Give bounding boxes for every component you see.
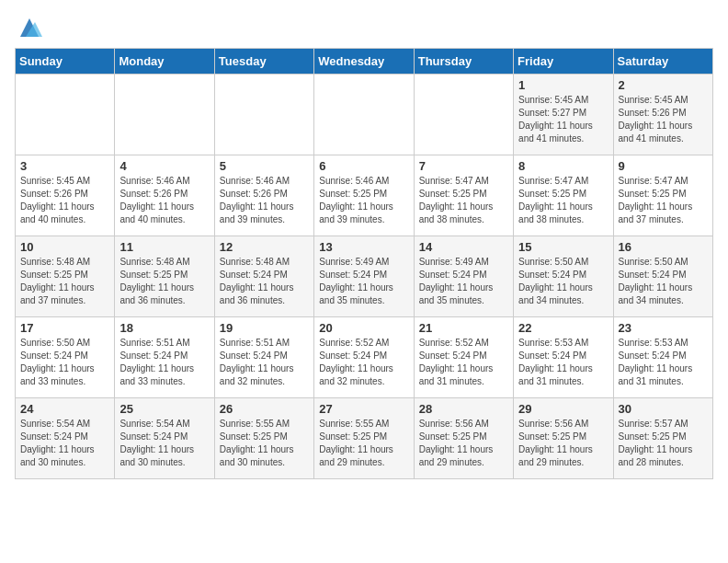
day-info: Sunrise: 5:49 AM Sunset: 5:24 PM Dayligh… [319, 256, 408, 307]
weekday-header: Sunday [16, 49, 115, 75]
day-number: 29 [518, 402, 608, 416]
day-number: 17 [20, 321, 109, 335]
day-info: Sunrise: 5:45 AM Sunset: 5:26 PM Dayligh… [619, 94, 708, 145]
calendar-cell: 25Sunrise: 5:54 AM Sunset: 5:24 PM Dayli… [115, 398, 214, 479]
day-number: 10 [20, 240, 109, 254]
logo [15, 15, 42, 40]
day-info: Sunrise: 5:56 AM Sunset: 5:25 PM Dayligh… [419, 418, 508, 469]
calendar-week-row: 10Sunrise: 5:48 AM Sunset: 5:25 PM Dayli… [16, 236, 713, 317]
calendar-header: SundayMondayTuesdayWednesdayThursdayFrid… [16, 49, 713, 75]
day-info: Sunrise: 5:51 AM Sunset: 5:24 PM Dayligh… [220, 337, 309, 388]
day-info: Sunrise: 5:46 AM Sunset: 5:25 PM Dayligh… [319, 175, 408, 226]
day-number: 19 [220, 321, 309, 335]
day-info: Sunrise: 5:45 AM Sunset: 5:26 PM Dayligh… [20, 175, 109, 226]
day-number: 28 [419, 402, 508, 416]
day-info: Sunrise: 5:46 AM Sunset: 5:26 PM Dayligh… [119, 175, 209, 226]
day-number: 21 [419, 321, 508, 335]
day-info: Sunrise: 5:52 AM Sunset: 5:24 PM Dayligh… [419, 337, 508, 388]
calendar-cell: 9Sunrise: 5:47 AM Sunset: 5:25 PM Daylig… [613, 155, 712, 236]
weekday-header: Monday [115, 49, 214, 75]
calendar-cell: 13Sunrise: 5:49 AM Sunset: 5:24 PM Dayli… [314, 236, 414, 317]
day-number: 1 [518, 78, 608, 92]
day-number: 11 [119, 240, 209, 254]
day-number: 18 [119, 321, 209, 335]
day-number: 26 [220, 402, 309, 416]
day-info: Sunrise: 5:50 AM Sunset: 5:24 PM Dayligh… [20, 337, 109, 388]
day-info: Sunrise: 5:54 AM Sunset: 5:24 PM Dayligh… [119, 418, 209, 469]
day-info: Sunrise: 5:47 AM Sunset: 5:25 PM Dayligh… [518, 175, 608, 226]
day-number: 20 [319, 321, 408, 335]
day-info: Sunrise: 5:53 AM Sunset: 5:24 PM Dayligh… [518, 337, 608, 388]
day-info: Sunrise: 5:57 AM Sunset: 5:25 PM Dayligh… [619, 418, 708, 469]
calendar-cell: 10Sunrise: 5:48 AM Sunset: 5:25 PM Dayli… [16, 236, 115, 317]
day-number: 23 [619, 321, 708, 335]
calendar-cell: 24Sunrise: 5:54 AM Sunset: 5:24 PM Dayli… [16, 398, 115, 479]
calendar-cell [214, 75, 313, 155]
calendar-week-row: 3Sunrise: 5:45 AM Sunset: 5:26 PM Daylig… [16, 155, 713, 236]
calendar-cell: 6Sunrise: 5:46 AM Sunset: 5:25 PM Daylig… [314, 155, 414, 236]
calendar-cell [115, 75, 214, 155]
calendar-cell: 27Sunrise: 5:55 AM Sunset: 5:25 PM Dayli… [314, 398, 414, 479]
calendar-cell: 7Sunrise: 5:47 AM Sunset: 5:25 PM Daylig… [414, 155, 513, 236]
day-info: Sunrise: 5:53 AM Sunset: 5:24 PM Dayligh… [619, 337, 708, 388]
logo-icon [17, 15, 42, 40]
calendar-table: SundayMondayTuesdayWednesdayThursdayFrid… [15, 48, 713, 479]
day-number: 27 [319, 402, 408, 416]
day-number: 22 [518, 321, 608, 335]
day-number: 16 [619, 240, 708, 254]
calendar-cell: 4Sunrise: 5:46 AM Sunset: 5:26 PM Daylig… [115, 155, 214, 236]
day-number: 5 [220, 159, 309, 173]
day-number: 30 [619, 402, 708, 416]
weekday-header: Tuesday [214, 49, 313, 75]
calendar-cell: 18Sunrise: 5:51 AM Sunset: 5:24 PM Dayli… [115, 317, 214, 398]
calendar-cell [16, 75, 115, 155]
page-header [15, 15, 713, 40]
day-number: 8 [518, 159, 608, 173]
calendar-cell: 26Sunrise: 5:55 AM Sunset: 5:25 PM Dayli… [214, 398, 313, 479]
day-info: Sunrise: 5:50 AM Sunset: 5:24 PM Dayligh… [518, 256, 608, 307]
day-number: 6 [319, 159, 408, 173]
day-info: Sunrise: 5:51 AM Sunset: 5:24 PM Dayligh… [119, 337, 209, 388]
calendar-cell: 29Sunrise: 5:56 AM Sunset: 5:25 PM Dayli… [514, 398, 613, 479]
calendar-cell [314, 75, 414, 155]
day-info: Sunrise: 5:48 AM Sunset: 5:24 PM Dayligh… [220, 256, 309, 307]
day-info: Sunrise: 5:54 AM Sunset: 5:24 PM Dayligh… [20, 418, 109, 469]
day-info: Sunrise: 5:47 AM Sunset: 5:25 PM Dayligh… [419, 175, 508, 226]
weekday-header: Thursday [414, 49, 513, 75]
calendar-cell: 2Sunrise: 5:45 AM Sunset: 5:26 PM Daylig… [613, 75, 712, 155]
calendar-cell: 15Sunrise: 5:50 AM Sunset: 5:24 PM Dayli… [514, 236, 613, 317]
day-number: 9 [619, 159, 708, 173]
calendar-cell: 12Sunrise: 5:48 AM Sunset: 5:24 PM Dayli… [214, 236, 313, 317]
day-info: Sunrise: 5:47 AM Sunset: 5:25 PM Dayligh… [619, 175, 708, 226]
calendar-cell: 16Sunrise: 5:50 AM Sunset: 5:24 PM Dayli… [613, 236, 712, 317]
header-row: SundayMondayTuesdayWednesdayThursdayFrid… [16, 49, 713, 75]
calendar-cell: 14Sunrise: 5:49 AM Sunset: 5:24 PM Dayli… [414, 236, 513, 317]
day-info: Sunrise: 5:50 AM Sunset: 5:24 PM Dayligh… [619, 256, 708, 307]
day-info: Sunrise: 5:55 AM Sunset: 5:25 PM Dayligh… [220, 418, 309, 469]
calendar-cell: 22Sunrise: 5:53 AM Sunset: 5:24 PM Dayli… [514, 317, 613, 398]
weekday-header: Saturday [613, 49, 712, 75]
calendar-cell: 11Sunrise: 5:48 AM Sunset: 5:25 PM Dayli… [115, 236, 214, 317]
calendar-week-row: 17Sunrise: 5:50 AM Sunset: 5:24 PM Dayli… [16, 317, 713, 398]
day-number: 2 [619, 78, 708, 92]
calendar-cell: 30Sunrise: 5:57 AM Sunset: 5:25 PM Dayli… [613, 398, 712, 479]
calendar-cell: 8Sunrise: 5:47 AM Sunset: 5:25 PM Daylig… [514, 155, 613, 236]
calendar-cell: 17Sunrise: 5:50 AM Sunset: 5:24 PM Dayli… [16, 317, 115, 398]
calendar-cell: 3Sunrise: 5:45 AM Sunset: 5:26 PM Daylig… [16, 155, 115, 236]
weekday-header: Wednesday [314, 49, 414, 75]
calendar-week-row: 1Sunrise: 5:45 AM Sunset: 5:27 PM Daylig… [16, 75, 713, 155]
day-number: 15 [518, 240, 608, 254]
weekday-header: Friday [514, 49, 613, 75]
day-number: 13 [319, 240, 408, 254]
day-info: Sunrise: 5:49 AM Sunset: 5:24 PM Dayligh… [419, 256, 508, 307]
day-info: Sunrise: 5:46 AM Sunset: 5:26 PM Dayligh… [220, 175, 309, 226]
calendar-cell: 21Sunrise: 5:52 AM Sunset: 5:24 PM Dayli… [414, 317, 513, 398]
day-number: 25 [119, 402, 209, 416]
day-number: 12 [220, 240, 309, 254]
day-number: 24 [20, 402, 109, 416]
day-info: Sunrise: 5:52 AM Sunset: 5:24 PM Dayligh… [319, 337, 408, 388]
calendar-cell: 28Sunrise: 5:56 AM Sunset: 5:25 PM Dayli… [414, 398, 513, 479]
day-info: Sunrise: 5:48 AM Sunset: 5:25 PM Dayligh… [20, 256, 109, 307]
day-number: 3 [20, 159, 109, 173]
calendar-week-row: 24Sunrise: 5:54 AM Sunset: 5:24 PM Dayli… [16, 398, 713, 479]
